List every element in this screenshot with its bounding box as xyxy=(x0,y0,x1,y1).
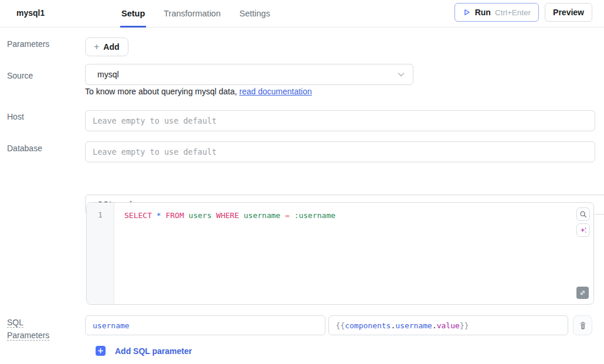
source-value: mysql xyxy=(97,70,119,79)
line-number: 1 xyxy=(98,210,103,219)
query-title[interactable]: mysql1 xyxy=(16,8,45,18)
database-input[interactable] xyxy=(85,141,595,162)
add-label: Add xyxy=(103,42,119,52)
plus-icon xyxy=(96,346,106,356)
database-label: Database xyxy=(7,144,42,153)
search-button[interactable] xyxy=(576,207,590,221)
sparkles-icon xyxy=(579,226,588,234)
add-sql-parameter-label: Add SQL parameter xyxy=(115,346,192,356)
line-number-gutter: 1 xyxy=(87,203,114,304)
host-input[interactable] xyxy=(85,110,595,131)
source-label: Source xyxy=(7,71,33,80)
chevron-down-icon xyxy=(396,70,406,79)
sql-parameter-row: username {{components.username.value}} xyxy=(85,315,592,335)
source-select[interactable]: mysql xyxy=(85,64,413,85)
query-editor-header: mysql1 Setup Transformation Settings Run… xyxy=(0,0,604,28)
header-actions: Run Ctrl+Enter Preview xyxy=(454,3,592,22)
host-label: Host xyxy=(7,112,24,121)
search-icon xyxy=(579,210,587,218)
trash-icon xyxy=(579,321,587,330)
plus-icon: + xyxy=(94,42,99,52)
expand-icon xyxy=(579,290,586,296)
sql-code-editor[interactable]: 1 SELECT * FROM users WHERE username = :… xyxy=(86,202,594,305)
run-label: Run xyxy=(475,8,491,17)
preview-button[interactable]: Preview xyxy=(545,3,592,22)
add-sql-parameter-button[interactable]: Add SQL parameter xyxy=(96,346,192,356)
tab-transformation[interactable]: Transformation xyxy=(162,0,222,28)
read-documentation-link[interactable]: read documentation xyxy=(239,87,312,96)
run-shortcut: Ctrl+Enter xyxy=(495,8,531,17)
ai-assist-button[interactable] xyxy=(576,223,590,237)
sql-parameter-key-input[interactable]: username xyxy=(85,315,325,335)
tab-bar: Setup Transformation Settings xyxy=(120,0,272,28)
source-help-text: To know more about querying mysql data, … xyxy=(85,87,312,96)
run-button[interactable]: Run Ctrl+Enter xyxy=(454,3,539,22)
tab-setup[interactable]: Setup xyxy=(120,0,146,28)
code-line[interactable]: SELECT * FROM users WHERE username = :us… xyxy=(114,203,593,304)
tab-settings[interactable]: Settings xyxy=(238,0,271,28)
expand-editor-button[interactable] xyxy=(576,287,589,299)
play-icon xyxy=(463,8,471,16)
editor-body: 1 SELECT * FROM users WHERE username = :… xyxy=(87,203,593,304)
sql-parameters-label: SQL Parameters xyxy=(7,316,56,342)
parameters-label: Parameters xyxy=(7,39,49,49)
help-prefix: To know more about querying mysql data, xyxy=(85,87,239,96)
query-setup-panel: Parameters Source Host Database SQL Para… xyxy=(0,28,604,364)
database-field-wrap xyxy=(85,141,595,162)
sql-parameter-value-input[interactable]: {{components.username.value}} xyxy=(328,315,569,335)
editor-toolbar xyxy=(576,207,590,237)
delete-parameter-button[interactable] xyxy=(573,315,592,335)
add-parameter-button[interactable]: + Add xyxy=(85,38,128,56)
host-field-wrap xyxy=(85,110,595,131)
